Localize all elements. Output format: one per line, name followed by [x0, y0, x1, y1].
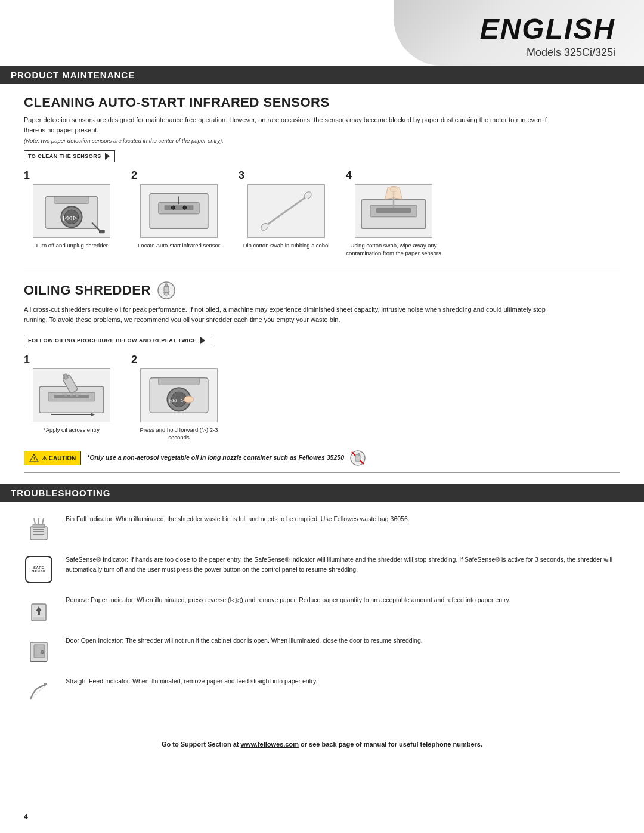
step-number-4: 4: [346, 169, 352, 182]
oiling-section: OILING SHREDDER All cross-cut shredders …: [24, 270, 620, 473]
footer: Go to Support Section at www.fellowes.co…: [24, 741, 620, 748]
cleaning-title: CLEANING AUTO-START INFRARED SENSORS: [24, 95, 620, 110]
cleaning-note: (Note: two paper detection sensors are l…: [24, 137, 620, 144]
step-number-1: 1: [24, 169, 30, 182]
door-open-icon: [24, 636, 54, 665]
footer-text-end: or see back page of manual for useful te…: [301, 741, 482, 748]
svg-rect-48: [358, 453, 360, 456]
svg-rect-24: [165, 284, 168, 287]
oil-step-image-2: |◁◁ ▷: [140, 368, 218, 422]
ts-row-bin-full: Bin Full Indicator: When illuminated, th…: [24, 514, 620, 544]
svg-point-42: [184, 396, 194, 403]
cleaning-steps-row: 1 |◁◁ ▷: [24, 169, 620, 258]
oiling-description: All cross-cut shredders require oil for …: [24, 305, 561, 326]
remove-paper-icon: [24, 595, 54, 625]
svg-point-31: [64, 393, 67, 397]
safesense-badge: SAFE SENSE: [25, 556, 52, 583]
caution-triangle-icon: !: [29, 453, 39, 463]
cleaning-step-4: 4 Using cotton swab, wipe away any: [346, 169, 441, 258]
svg-point-63: [41, 651, 44, 654]
safesense-icon: SAFE SENSE: [24, 555, 54, 584]
svg-rect-49: [30, 527, 47, 540]
svg-rect-1: [54, 197, 89, 204]
page-number: 4: [24, 813, 28, 821]
header-subtitle: Models 325Ci/325i: [527, 47, 615, 59]
svg-rect-19: [376, 208, 411, 213]
oil-step-caption-1: *Apply oil across entry: [44, 426, 100, 433]
svg-line-53: [42, 518, 44, 524]
oil-step-1: 1: [24, 354, 119, 433]
no-spray-icon: [349, 450, 366, 466]
svg-point-12: [183, 206, 187, 209]
oil-step-caption-2: Press and hold forward (▷) 2-3 seconds: [131, 426, 227, 442]
ts-row-door-open: Door Open Indicator: The shredder will n…: [24, 636, 620, 665]
oiling-steps-row: 1: [24, 354, 620, 442]
bin-full-icon: [24, 514, 54, 544]
caution-label-text: ⚠ CAUTION: [42, 455, 76, 462]
cleaning-section: CLEANING AUTO-START INFRARED SENSORS Pap…: [24, 84, 620, 270]
oil-step-number-2: 2: [131, 354, 137, 366]
svg-text:|◁◁: |◁◁: [63, 215, 72, 221]
cleaning-step-3: 3 Dip cotton swab in rubbing alcohol: [239, 169, 334, 249]
step-image-3: [247, 184, 325, 238]
svg-rect-55: [33, 531, 44, 532]
oiling-title-text: OILING SHREDDER: [24, 283, 151, 298]
straight-feed-icon: [24, 676, 54, 706]
cleaning-step-1: 1 |◁◁ ▷: [24, 169, 119, 249]
ts-text-straight-feed: Straight Feed Indicator: When illuminate…: [66, 676, 620, 686]
ts-text-safesense: SafeSense® Indicator: If hands are too c…: [66, 555, 620, 575]
header-title: ENGLISH: [480, 13, 615, 45]
main-content: CLEANING AUTO-START INFRARED SENSORS Pap…: [0, 84, 644, 473]
oiling-title: OILING SHREDDER: [24, 281, 620, 300]
oil-bottle-icon: [157, 281, 176, 300]
svg-rect-10: [165, 205, 194, 210]
svg-point-32: [70, 393, 73, 397]
svg-marker-35: [91, 413, 95, 416]
svg-rect-56: [33, 534, 44, 535]
troubleshooting-content: Bin Full Indicator: When illuminated, th…: [0, 502, 644, 748]
troubleshooting-header: TROUBLESHOOTING: [0, 484, 644, 502]
svg-line-51: [34, 518, 35, 524]
svg-rect-37: [159, 377, 199, 385]
svg-line-66: [30, 684, 47, 699]
clean-sensors-label: TO CLEAN THE SENSORS: [24, 150, 115, 162]
step-number-2: 2: [131, 169, 137, 182]
caution-label: ! ⚠ CAUTION: [24, 451, 81, 465]
header: ENGLISH Models 325Ci/325i: [0, 0, 644, 66]
step-image-1: |◁◁ ▷: [33, 184, 110, 238]
oil-step-image-1: [33, 368, 110, 422]
step-image-4: [355, 184, 432, 238]
footer-text-start: Go to Support Section at: [162, 741, 241, 748]
step-caption-3: Dip cotton swab in rubbing alcohol: [243, 241, 330, 249]
product-maintenance-header: PRODUCT MAINTENANCE: [0, 66, 644, 84]
svg-text:|◁◁: |◁◁: [169, 398, 177, 403]
step-image-2: [140, 184, 218, 238]
caution-text: *Only use a non-aerosol vegetable oil in…: [87, 450, 366, 466]
ts-row-straight-feed: Straight Feed Indicator: When illuminate…: [24, 676, 620, 706]
svg-rect-50: [33, 524, 45, 528]
ts-row-safesense: SAFE SENSE SafeSense® Indicator: If hand…: [24, 555, 620, 584]
oil-step-2: 2 |◁◁ ▷ Press and hold f: [131, 354, 227, 442]
svg-rect-7: [99, 230, 105, 233]
cleaning-step-2: 2 Locate Auto-start in: [131, 169, 227, 249]
caution-box: ! ⚠ CAUTION *Only use a non-aerosol vege…: [24, 450, 620, 466]
svg-point-11: [171, 206, 175, 209]
step-caption-4: Using cotton swab, wipe away any contami…: [346, 241, 441, 258]
step-number-3: 3: [239, 169, 244, 182]
ts-text-remove-paper: Remove Paper Indicator: When illuminated…: [66, 595, 620, 605]
ts-row-remove-paper: Remove Paper Indicator: When illuminated…: [24, 595, 620, 625]
svg-line-14: [266, 197, 306, 226]
ts-text-door-open: Door Open Indicator: The shredder will n…: [66, 636, 620, 646]
svg-rect-54: [33, 529, 44, 530]
troubleshooting-section: Bin Full Indicator: When illuminated, th…: [24, 502, 620, 729]
svg-text:▷: ▷: [73, 215, 78, 221]
footer-url: www.fellowes.com: [241, 741, 299, 748]
oil-step-number-1: 1: [24, 354, 30, 366]
oiling-procedure-label: FOLLOW OILING PROCEDURE BELOW AND REPEAT…: [24, 335, 210, 346]
svg-point-33: [76, 393, 79, 397]
cleaning-description: Paper detection sensors are designed for…: [24, 115, 561, 135]
step-caption-1: Turn off and unplug shredder: [35, 241, 108, 249]
step-caption-2: Locate Auto-start infrared sensor: [138, 241, 220, 249]
svg-text:!: !: [33, 456, 35, 462]
ts-text-bin-full: Bin Full Indicator: When illuminated, th…: [66, 514, 620, 524]
